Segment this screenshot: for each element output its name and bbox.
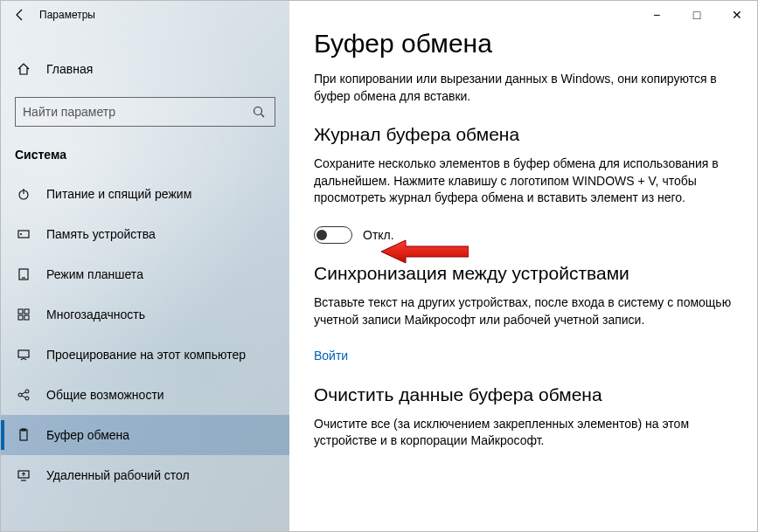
window-title: Параметры — [39, 9, 95, 21]
search-input[interactable] — [23, 105, 250, 119]
sidebar-item-label: Буфер обмена — [46, 428, 129, 442]
section-history-desc: Сохраните несколько элементов в буфер об… — [314, 155, 733, 207]
multitask-icon — [15, 307, 32, 321]
sidebar-item-multitask[interactable]: Многозадачность — [1, 294, 289, 335]
close-icon: ✕ — [732, 8, 742, 22]
sidebar-item-remote[interactable]: Удаленный рабочий стол — [1, 455, 289, 495]
svg-rect-12 — [18, 350, 29, 357]
sidebar-item-label: Общие возможности — [46, 388, 164, 402]
svg-rect-8 — [18, 309, 23, 314]
history-toggle-row: Откл. — [314, 226, 733, 244]
svg-point-15 — [25, 397, 29, 400]
close-button[interactable]: ✕ — [717, 1, 757, 29]
svg-point-14 — [25, 390, 29, 393]
section-history-heading: Журнал буфера обмена — [314, 124, 733, 145]
svg-point-5 — [20, 233, 22, 235]
shared-icon — [15, 388, 32, 402]
home-label: Главная — [46, 62, 93, 76]
svg-point-0 — [254, 107, 262, 115]
window-controls: − □ ✕ — [636, 1, 757, 29]
svg-rect-18 — [20, 430, 27, 440]
clipboard-icon — [15, 428, 32, 442]
category-title: Система — [1, 139, 289, 174]
titlebar: Параметры — [1, 1, 289, 29]
sidebar-item-label: Питание и спящий режим — [46, 187, 191, 201]
projecting-icon — [15, 348, 32, 362]
toggle-knob — [316, 230, 327, 240]
power-icon — [15, 187, 32, 201]
svg-rect-9 — [24, 309, 29, 314]
remote-icon — [15, 468, 32, 482]
svg-rect-10 — [18, 315, 23, 320]
sidebar-item-label: Проецирование на этот компьютер — [46, 348, 246, 362]
sidebar-item-label: Память устройства — [46, 227, 156, 241]
svg-point-13 — [18, 393, 22, 397]
back-button[interactable] — [8, 3, 32, 27]
sidebar-item-storage[interactable]: Память устройства — [1, 214, 289, 254]
sidebar-item-label: Многозадачность — [46, 307, 145, 321]
section-clear-heading: Очистить данные буфера обмена — [314, 384, 733, 405]
sidebar-item-power[interactable]: Питание и спящий режим — [1, 174, 289, 214]
sidebar-item-tablet[interactable]: Режим планшета — [1, 254, 289, 294]
svg-line-1 — [261, 114, 265, 118]
minimize-button[interactable]: − — [636, 1, 677, 29]
main-content: − □ ✕ Буфер обмена При копировании или в… — [289, 1, 757, 531]
minimize-icon: − — [653, 8, 660, 22]
nav-list: Питание и спящий режим Память устройства… — [1, 174, 289, 531]
maximize-icon: □ — [693, 8, 700, 22]
search-icon — [250, 105, 268, 119]
svg-rect-4 — [18, 231, 29, 238]
app-root: Параметры Главная Система Питание и спящ… — [1, 1, 757, 531]
history-toggle[interactable] — [314, 226, 352, 244]
sidebar-item-shared[interactable]: Общие возможности — [1, 375, 289, 415]
sidebar-item-clipboard[interactable]: Буфер обмена — [1, 415, 289, 455]
sidebar-item-label: Режим планшета — [46, 267, 143, 281]
section-sync-desc: Вставьте текст на других устройствах, по… — [314, 294, 733, 328]
svg-rect-11 — [24, 315, 29, 320]
tablet-icon — [15, 267, 32, 281]
section-clear-desc: Очистите все (за исключением закрепленны… — [314, 416, 733, 450]
svg-line-16 — [22, 392, 25, 394]
sidebar: Параметры Главная Система Питание и спящ… — [1, 1, 289, 531]
home-icon — [15, 62, 32, 76]
home-nav-item[interactable]: Главная — [1, 53, 289, 85]
maximize-button[interactable]: □ — [677, 1, 717, 29]
history-toggle-label: Откл. — [363, 228, 394, 242]
intro-text: При копировании или вырезании данных в W… — [314, 71, 733, 105]
sidebar-item-label: Удаленный рабочий стол — [46, 468, 190, 482]
storage-icon — [15, 227, 32, 241]
sidebar-item-projecting[interactable]: Проецирование на этот компьютер — [1, 335, 289, 375]
search-box[interactable] — [15, 97, 275, 127]
page-title: Буфер обмена — [314, 29, 733, 59]
sign-in-link[interactable]: Войти — [314, 349, 348, 363]
svg-line-17 — [22, 396, 25, 397]
section-sync-heading: Синхронизация между устройствами — [314, 263, 733, 284]
